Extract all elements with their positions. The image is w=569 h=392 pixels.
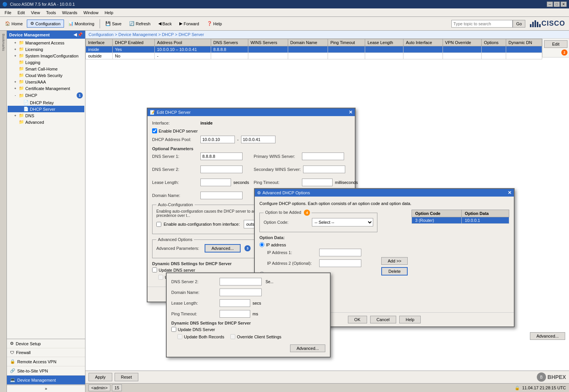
table-area: Interface DHCP Enabled Address Pool DNS … [85,39,569,59]
table-row[interactable]: outside No - [86,53,542,59]
bottom-nav-firewall[interactable]: 🛡 Firewall [7,348,85,357]
ping-input2[interactable] [220,310,250,318]
see-label: Se... [266,280,274,284]
advanced-btn2[interactable]: Advanced... [290,344,325,352]
help-button[interactable]: ❓ Help [203,20,226,28]
delete-btn[interactable]: Delete [381,267,408,276]
dns2-input[interactable] [200,166,243,173]
menu-window[interactable]: Window [80,10,102,16]
sidebar-item-cert-mgmt[interactable]: + 📁 Certificate Management [8,85,84,92]
update-dns-label2: Update DNS Server [178,327,215,332]
update-both-checkbox[interactable] [158,275,163,280]
sidebar-item-sysimage[interactable]: + 📁 System Image/Configuration [8,52,84,59]
bottom-nav-remote-access[interactable]: 🔒 Remote Access VPN [7,357,85,366]
maximize-btn[interactable]: □ [554,2,560,7]
back-button[interactable]: ◀ Back [155,20,175,28]
menu-tools[interactable]: Tools [43,10,59,16]
sidebar-item-licensing[interactable]: + 📁 Licensing [8,46,84,52]
expand-icon[interactable]: + [13,41,18,45]
sidebar-item-dhcp-server[interactable]: 📄 DHCP Server [8,106,84,112]
expand-icon[interactable]: + [13,114,18,118]
ip1-input[interactable] [319,249,361,256]
dns2-input2[interactable] [220,278,262,285]
sidebar-item-cloud-web[interactable]: 📁 Cloud Web Security [8,72,84,79]
update-dns-checkbox2[interactable] [171,327,176,332]
sidebar-item-dhcp[interactable]: - 📁 DHCP 1 [8,92,84,99]
cisco-bars-icon [530,20,541,27]
address-pool-row: DHCP Address Pool: - [152,136,350,143]
edit-button[interactable]: Edit [544,40,567,48]
expand-icon[interactable]: + [13,87,18,90]
monitoring-button[interactable]: 📊 Monitoring [65,20,98,28]
bottom-nav-site-to-site[interactable]: 🔗 Site-to-Site VPN [7,366,85,376]
table-row[interactable]: inside Yes 10.0.0.10 – 10.0.0.41 8.8.8.8 [86,46,542,53]
sidebar-item-advanced[interactable]: 📁 Advanced [8,119,84,125]
menu-file[interactable]: File [2,10,15,16]
sidebar-item-dhcp-relay[interactable]: 📄 DHCP Relay [8,99,84,106]
adv-cancel-btn[interactable]: Cancel [370,316,396,323]
override-checkbox2[interactable] [230,334,235,339]
apply-button[interactable]: Apply [89,373,112,381]
sidebar-item-dns[interactable]: + 📁 DNS [8,112,84,119]
expand-icon[interactable]: + [13,54,18,58]
search-go-button[interactable]: Go [513,20,525,28]
enable-dhcp-checkbox[interactable] [152,128,157,133]
lease-input[interactable] [200,179,231,186]
advanced-btn-bottom[interactable]: Advanced... [530,332,565,340]
bhpex-icon: B [537,372,546,382]
secondary-wins-input[interactable] [303,166,345,173]
option-code-select[interactable]: -- Select -- [312,218,373,226]
dns1-input[interactable] [200,153,243,160]
menu-help[interactable]: Help [102,10,116,16]
title-bar-controls[interactable]: ─ □ ✕ [547,2,567,7]
bottom-nav-device-setup[interactable]: ⚙ Device Setup [7,339,85,348]
sidebar-expand-btn[interactable]: » [7,385,85,392]
expand-icon[interactable]: + [13,48,18,51]
optional-params-label: Optional Parameters [152,146,350,151]
update-dns-checkbox[interactable] [152,267,157,272]
reset-button[interactable]: Reset [115,373,139,381]
configuration-button[interactable]: ⚙ Configuration [27,20,64,28]
sidebar-item-management-access[interactable]: + 📁 Management Access [8,39,84,46]
sidebar-pin-icon[interactable]: 📌 [77,32,83,37]
home-button[interactable]: 🏠 Home [2,20,26,28]
bottom-nav-device-mgmt[interactable]: 💻 Device Management [7,376,85,385]
sidebar-item-smart-call[interactable]: 📁 Smart Call-Home [8,66,84,72]
minimize-btn[interactable]: ─ [547,2,553,7]
add-btn[interactable]: Add >> [381,257,408,265]
enable-auto-checkbox[interactable] [156,222,161,227]
adv-help-btn[interactable]: Help [399,316,421,323]
opt-table-row[interactable]: 3 (Router) 10.0.0.1 [412,217,509,224]
domain-input[interactable] [200,192,243,199]
domain-input2[interactable] [220,289,262,296]
sidebar-collapse-icon[interactable]: ◀ [74,32,77,37]
close-btn[interactable]: ✕ [561,2,567,7]
search-input[interactable] [451,20,513,28]
adv-ok-btn[interactable]: OK [348,316,367,323]
ip2-input[interactable] [319,259,361,267]
col-address-pool: Address Pool [154,39,211,46]
advanced-params-button[interactable]: Advanced... [205,244,241,253]
pool-to-input[interactable] [241,136,275,143]
save-button[interactable]: 💾 Save [102,20,125,28]
expand-icon[interactable]: - [13,93,18,97]
refresh-button[interactable]: 🔄 Refresh [126,20,154,28]
update-both-checkbox2[interactable] [177,334,182,339]
ip-address-radio[interactable] [259,242,264,247]
toolbar-sep-1 [100,19,100,28]
expand-icon[interactable]: + [13,80,18,84]
sidebar-item-logging[interactable]: 📁 Logging [8,59,84,66]
primary-wins-input[interactable] [302,153,344,160]
edit-dhcp-close-btn[interactable]: ✕ [349,110,353,115]
option-to-add-fieldset: Option to be Added 4 Option Code: -- Sel… [259,210,377,232]
menu-edit[interactable]: Edit [15,10,28,16]
ping-input[interactable] [302,179,333,186]
menu-wizards[interactable]: Wizards [59,10,80,16]
adv-dhcp-close-btn[interactable]: ✕ [508,190,512,195]
refresh-icon: 🔄 [129,21,134,26]
lease-input2[interactable] [220,299,250,307]
forward-button[interactable]: ▶ Forward [176,20,202,28]
pool-from-input[interactable] [200,136,235,143]
menu-view[interactable]: View [28,10,43,16]
sidebar-item-users-aaa[interactable]: + 📁 Users/AAA [8,79,84,85]
